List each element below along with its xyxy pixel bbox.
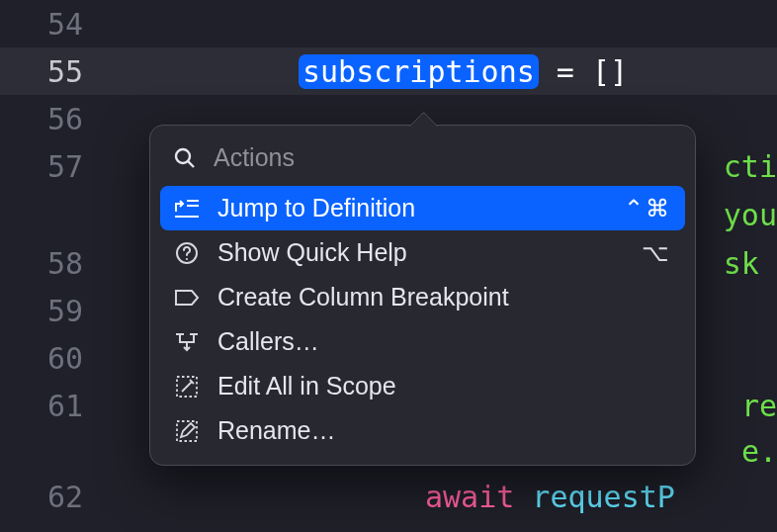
code-line[interactable]: 62 await requestP — [0, 473, 777, 520]
breakpoint-icon — [174, 285, 200, 310]
line-number: 60 — [0, 341, 103, 376]
menu-item-jump-to-definition[interactable]: Jump to Definition ⌃⌘ — [160, 186, 685, 230]
search-icon — [172, 145, 198, 171]
code-text: = [] — [539, 54, 628, 89]
code-line[interactable]: 54 — [0, 0, 777, 47]
menu-item-callers[interactable]: Callers… — [160, 319, 685, 364]
svg-point-0 — [176, 149, 190, 163]
code-line-selected[interactable]: 55 subscriptions = [] — [0, 47, 777, 95]
line-number: 58 — [0, 246, 103, 281]
line-number: 55 — [0, 54, 103, 89]
line-number: 61 — [0, 389, 103, 423]
code-content[interactable]: subscriptions = [] — [103, 54, 628, 89]
actions-search-row[interactable]: Actions — [150, 135, 695, 186]
callers-icon — [174, 329, 200, 355]
menu-item-label: Edit All in Scope — [217, 372, 653, 400]
line-number: 54 — [0, 7, 103, 42]
actions-search-placeholder[interactable]: Actions — [214, 143, 295, 172]
menu-item-label: Rename… — [217, 416, 653, 445]
line-number: 59 — [0, 294, 103, 328]
menu-item-label: Jump to Definition — [217, 194, 606, 222]
menu-item-label: Create Column Breakpoint — [217, 283, 653, 311]
line-number: 56 — [0, 102, 103, 136]
definition-icon — [174, 196, 200, 222]
keyword-await: await — [425, 480, 514, 514]
menu-item-rename[interactable]: Rename… — [160, 408, 685, 453]
actions-popover: Actions Jump to Definition ⌃⌘ Show Quick… — [149, 125, 696, 466]
svg-point-6 — [186, 257, 188, 259]
rename-icon — [174, 418, 200, 444]
menu-item-create-column-breakpoint[interactable]: Create Column Breakpoint — [160, 275, 685, 319]
menu-item-shortcut: ⌃⌘ — [624, 195, 671, 222]
selected-token[interactable]: subscriptions — [299, 54, 539, 89]
menu-item-edit-all-in-scope[interactable]: Edit All in Scope — [160, 364, 685, 408]
code-text: sk — [724, 246, 777, 281]
menu-item-label: Show Quick Help — [217, 238, 624, 267]
menu-item-shortcut: ⌥ — [642, 239, 671, 267]
edit-scope-icon — [174, 374, 200, 399]
line-number: 62 — [0, 480, 103, 514]
code-text: requestP — [514, 480, 675, 514]
help-icon — [174, 240, 200, 266]
svg-line-1 — [188, 161, 194, 167]
line-number: 57 — [0, 149, 103, 184]
menu-item-label: Callers… — [217, 327, 653, 356]
menu-item-show-quick-help[interactable]: Show Quick Help ⌥ — [160, 230, 685, 275]
